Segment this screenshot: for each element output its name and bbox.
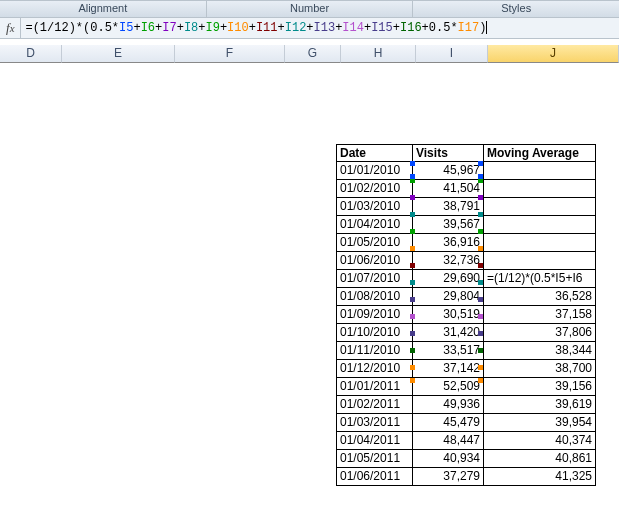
table-row: 01/05/201140,93440,861 xyxy=(336,450,596,468)
visits-cell[interactable]: 30,519 xyxy=(413,306,484,324)
avg-cell[interactable] xyxy=(484,234,596,252)
col-header-date[interactable]: Date xyxy=(336,144,413,162)
avg-cell[interactable] xyxy=(484,198,596,216)
table-row: 01/11/201033,51738,344 xyxy=(336,342,596,360)
visits-cell[interactable]: 38,791 xyxy=(413,198,484,216)
date-cell[interactable]: 01/07/2010 xyxy=(336,270,413,288)
date-cell[interactable]: 01/02/2011 xyxy=(336,396,413,414)
ribbon-group-alignment[interactable]: Alignment xyxy=(0,1,207,17)
table-row: 01/03/201038,791 xyxy=(336,198,596,216)
formula-prefix: =(1/12)*(0.5* xyxy=(25,21,119,35)
table-row: 01/08/201029,80436,528 xyxy=(336,288,596,306)
visits-cell[interactable]: 37,279 xyxy=(413,468,484,486)
avg-cell[interactable]: =(1/12)*(0.5*I5+I6 xyxy=(484,270,596,288)
date-cell[interactable]: 01/05/2011 xyxy=(336,450,413,468)
avg-cell[interactable]: 37,806 xyxy=(484,324,596,342)
col-header-avg[interactable]: Moving Average xyxy=(484,144,596,162)
avg-cell[interactable]: 39,954 xyxy=(484,414,596,432)
date-cell[interactable]: 01/11/2010 xyxy=(336,342,413,360)
col-header-visits[interactable]: Visits xyxy=(413,144,484,162)
formula-input[interactable]: =(1/12)*(0.5*I5+I6+I7+I8+I9+I10+I11+I12+… xyxy=(21,21,487,35)
ref-I10: I10 xyxy=(227,21,249,35)
avg-cell[interactable] xyxy=(484,162,596,180)
avg-cell[interactable] xyxy=(484,216,596,234)
date-cell[interactable]: 01/05/2010 xyxy=(336,234,413,252)
visits-cell[interactable]: 33,517 xyxy=(413,342,484,360)
text-cursor xyxy=(486,21,487,34)
ref-I11: I11 xyxy=(256,21,278,35)
avg-cell[interactable]: 40,861 xyxy=(484,450,596,468)
table-row: 01/04/201148,44740,374 xyxy=(336,432,596,450)
avg-cell[interactable]: 41,325 xyxy=(484,468,596,486)
ref-I16: I16 xyxy=(400,21,422,35)
table-row: 01/06/201032,736 xyxy=(336,252,596,270)
ref-I9: I9 xyxy=(206,21,220,35)
avg-cell[interactable]: 38,344 xyxy=(484,342,596,360)
date-cell[interactable]: 01/06/2011 xyxy=(336,468,413,486)
table-row: 01/01/201045,967 xyxy=(336,162,596,180)
avg-cell[interactable]: 36,528 xyxy=(484,288,596,306)
date-cell[interactable]: 01/03/2010 xyxy=(336,198,413,216)
table-row: 01/03/201145,47939,954 xyxy=(336,414,596,432)
table-row: 01/05/201036,916 xyxy=(336,234,596,252)
visits-cell[interactable]: 52,509 xyxy=(413,378,484,396)
date-cell[interactable]: 01/08/2010 xyxy=(336,288,413,306)
date-cell[interactable]: 01/04/2011 xyxy=(336,432,413,450)
ribbon-group-number[interactable]: Number xyxy=(207,1,414,17)
ref-I17: I17 xyxy=(458,21,480,35)
fx-icon[interactable]: fx xyxy=(0,18,21,38)
ref-I14: I14 xyxy=(342,21,364,35)
ref-I13: I13 xyxy=(314,21,336,35)
ref-I12: I12 xyxy=(285,21,307,35)
table-row: 01/02/201041,504 xyxy=(336,180,596,198)
visits-cell[interactable]: 29,690 xyxy=(413,270,484,288)
table-row: 01/04/201039,567 xyxy=(336,216,596,234)
avg-cell[interactable]: 39,156 xyxy=(484,378,596,396)
table-row: 01/09/201030,51937,158 xyxy=(336,306,596,324)
visits-cell[interactable]: 41,504 xyxy=(413,180,484,198)
visits-cell[interactable]: 45,479 xyxy=(413,414,484,432)
avg-cell[interactable]: 40,374 xyxy=(484,432,596,450)
table-row: 01/07/201029,690=(1/12)*(0.5*I5+I6 xyxy=(336,270,596,288)
formula-suffix: ) xyxy=(479,21,486,35)
table-row: 01/02/201149,93639,619 xyxy=(336,396,596,414)
visits-cell[interactable]: 36,916 xyxy=(413,234,484,252)
ref-I15: I15 xyxy=(371,21,393,35)
visits-cell[interactable]: 48,447 xyxy=(413,432,484,450)
avg-cell[interactable]: 39,619 xyxy=(484,396,596,414)
date-cell[interactable]: 01/04/2010 xyxy=(336,216,413,234)
ref-I8: I8 xyxy=(184,21,198,35)
visits-cell[interactable]: 49,936 xyxy=(413,396,484,414)
date-cell[interactable]: 01/06/2010 xyxy=(336,252,413,270)
date-cell[interactable]: 01/10/2010 xyxy=(336,324,413,342)
ribbon-group-labels: Alignment Number Styles xyxy=(0,0,619,17)
avg-cell[interactable] xyxy=(484,252,596,270)
ref-I6: I6 xyxy=(141,21,155,35)
table-row: 01/10/201031,42037,806 xyxy=(336,324,596,342)
visits-cell[interactable]: 31,420 xyxy=(413,324,484,342)
date-cell[interactable]: 01/03/2011 xyxy=(336,414,413,432)
spreadsheet-grid[interactable]: Date Visits Moving Average 01/01/201045,… xyxy=(0,60,619,509)
date-cell[interactable]: 01/12/2010 xyxy=(336,360,413,378)
visits-cell[interactable]: 40,934 xyxy=(413,450,484,468)
date-cell[interactable]: 01/09/2010 xyxy=(336,306,413,324)
table-row: 01/12/201037,14238,700 xyxy=(336,360,596,378)
date-cell[interactable]: 01/01/2011 xyxy=(336,378,413,396)
avg-cell[interactable] xyxy=(484,180,596,198)
avg-cell[interactable]: 37,158 xyxy=(484,306,596,324)
visits-cell[interactable]: 32,736 xyxy=(413,252,484,270)
ref-I7: I7 xyxy=(162,21,176,35)
table-row: 01/06/201137,27941,325 xyxy=(336,468,596,486)
visits-cell[interactable]: 29,804 xyxy=(413,288,484,306)
table-row: 01/01/201152,50939,156 xyxy=(336,378,596,396)
data-table: Date Visits Moving Average 01/01/201045,… xyxy=(336,144,596,486)
ref-I5: I5 xyxy=(119,21,133,35)
formula-bar: fx =(1/12)*(0.5*I5+I6+I7+I8+I9+I10+I11+I… xyxy=(0,17,619,39)
date-cell[interactable]: 01/01/2010 xyxy=(336,162,413,180)
avg-cell[interactable]: 38,700 xyxy=(484,360,596,378)
visits-cell[interactable]: 45,967 xyxy=(413,162,484,180)
date-cell[interactable]: 01/02/2010 xyxy=(336,180,413,198)
visits-cell[interactable]: 37,142 xyxy=(413,360,484,378)
ribbon-group-styles[interactable]: Styles xyxy=(413,1,619,17)
visits-cell[interactable]: 39,567 xyxy=(413,216,484,234)
